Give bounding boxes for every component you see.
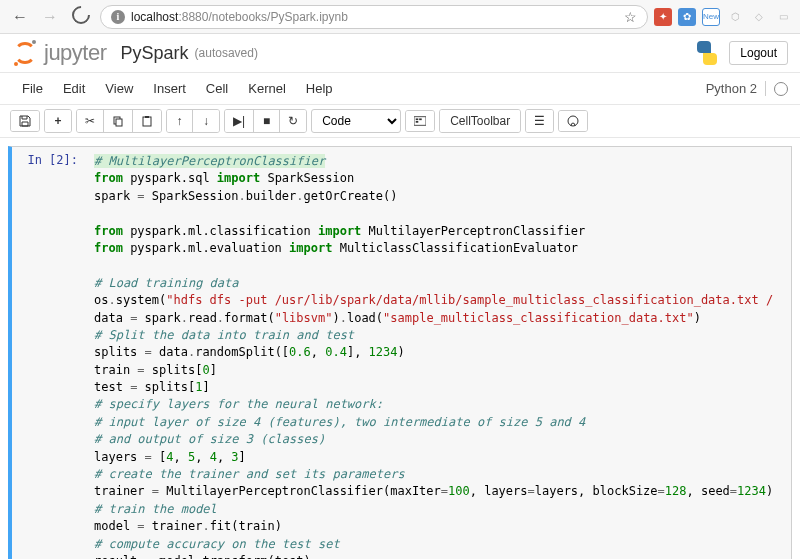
add-cell-button[interactable]: + xyxy=(45,110,71,132)
command-palette-button[interactable] xyxy=(406,111,434,131)
menu-edit[interactable]: Edit xyxy=(53,77,95,100)
menu-insert[interactable]: Insert xyxy=(143,77,196,100)
restart-button[interactable]: ↻ xyxy=(280,110,306,132)
autosave-status: (autosaved) xyxy=(195,46,258,60)
back-icon[interactable]: ← xyxy=(8,8,32,26)
svg-rect-7 xyxy=(416,121,419,123)
menubar: File Edit View Insert Cell Kernel Help P… xyxy=(0,73,800,105)
notebook-name[interactable]: PySpark xyxy=(121,43,189,64)
svg-rect-6 xyxy=(419,118,422,120)
jupyter-logo-text: jupyter xyxy=(44,40,107,66)
move-down-button[interactable]: ↓ xyxy=(193,110,219,132)
move-up-button[interactable]: ↑ xyxy=(167,110,193,132)
jupyter-logo-icon xyxy=(12,40,38,66)
ext-icon-4[interactable]: ⬡ xyxy=(726,8,744,26)
code-cell[interactable]: In [2]: # MultilayerPerceptronClassifier… xyxy=(8,146,792,559)
ext-icon-3[interactable]: New xyxy=(702,8,720,26)
notebook-area: In [2]: # MultilayerPerceptronClassifier… xyxy=(0,138,800,559)
logout-button[interactable]: Logout xyxy=(729,41,788,65)
reload-icon[interactable] xyxy=(68,6,94,28)
run-button[interactable]: ▶| xyxy=(225,110,254,132)
ext-icon-2[interactable]: ✿ xyxy=(678,8,696,26)
url-path: /notebooks/PySpark.ipynb xyxy=(208,10,347,24)
svg-rect-3 xyxy=(145,116,149,118)
kernel-name: Python 2 xyxy=(706,81,766,96)
url-host: localhost xyxy=(131,10,178,24)
copy-button[interactable] xyxy=(104,110,133,132)
svg-rect-1 xyxy=(116,119,122,126)
browser-bar: ← → i localhost:8880/notebooks/PySpark.i… xyxy=(0,0,800,34)
cell-toolbar-button[interactable]: CellToolbar xyxy=(440,110,520,132)
url-bar[interactable]: i localhost:8880/notebooks/PySpark.ipynb… xyxy=(100,5,648,29)
save-button[interactable] xyxy=(11,111,39,131)
ext-icon-6[interactable]: ▭ xyxy=(774,8,792,26)
svg-rect-2 xyxy=(143,117,151,126)
menu-kernel[interactable]: Kernel xyxy=(238,77,296,100)
extension-icons: ✦ ✿ New ⬡ ◇ ▭ xyxy=(654,8,792,26)
code-input[interactable]: # MultilayerPerceptronClassifierfrom pys… xyxy=(86,147,791,559)
stop-button[interactable]: ■ xyxy=(254,110,280,132)
url-port: :8880 xyxy=(178,10,208,24)
cut-button[interactable]: ✂ xyxy=(77,110,104,132)
menu-view[interactable]: View xyxy=(95,77,143,100)
bookmark-icon[interactable]: ☆ xyxy=(624,9,637,25)
menu-cell[interactable]: Cell xyxy=(196,77,238,100)
paste-button[interactable] xyxy=(133,110,161,132)
ext-icon-1[interactable]: ✦ xyxy=(654,8,672,26)
menu-file[interactable]: File xyxy=(12,77,53,100)
cell-type-select[interactable]: Code xyxy=(311,109,401,133)
forward-icon[interactable]: → xyxy=(38,8,62,26)
input-prompt: In [2]: xyxy=(12,147,86,559)
svg-point-8 xyxy=(568,116,578,126)
ext-icon-5[interactable]: ◇ xyxy=(750,8,768,26)
list-button[interactable]: ☰ xyxy=(526,110,553,132)
info-icon[interactable]: i xyxy=(111,10,125,24)
python-logo-icon xyxy=(695,41,719,65)
menu-help[interactable]: Help xyxy=(296,77,343,100)
kernel-status-icon xyxy=(774,82,788,96)
notebook-header: jupyter PySpark (autosaved) Logout xyxy=(0,34,800,73)
jupyter-logo[interactable]: jupyter xyxy=(12,40,107,66)
github-button[interactable] xyxy=(559,111,587,131)
toolbar: + ✂ ↑ ↓ ▶| ■ ↻ Code CellToolbar ☰ xyxy=(0,105,800,138)
svg-rect-5 xyxy=(416,118,419,120)
